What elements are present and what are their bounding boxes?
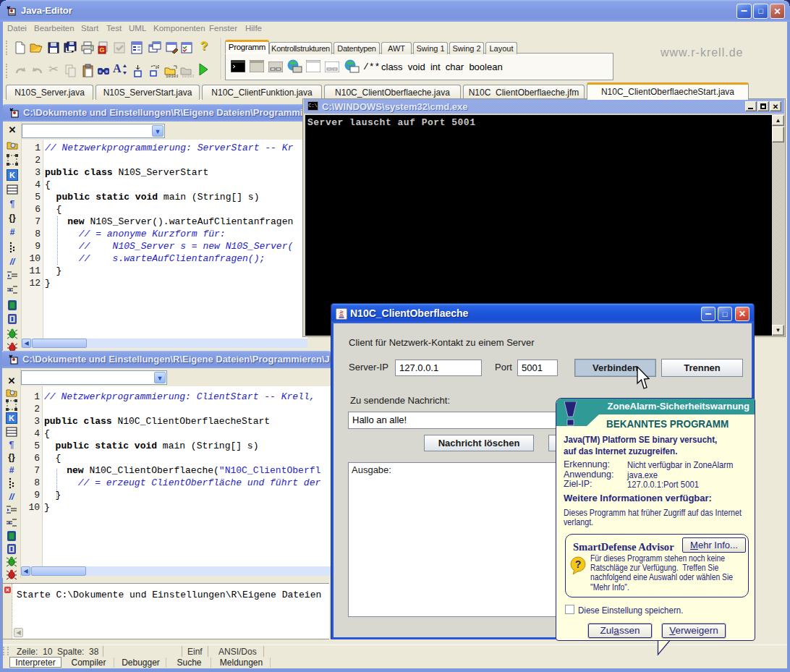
svg-text:G: G: [99, 46, 104, 54]
svg-text:?: ?: [575, 558, 582, 570]
svg-text:10101: 10101: [182, 74, 194, 78]
svg-text:10101: 10101: [166, 74, 178, 78]
